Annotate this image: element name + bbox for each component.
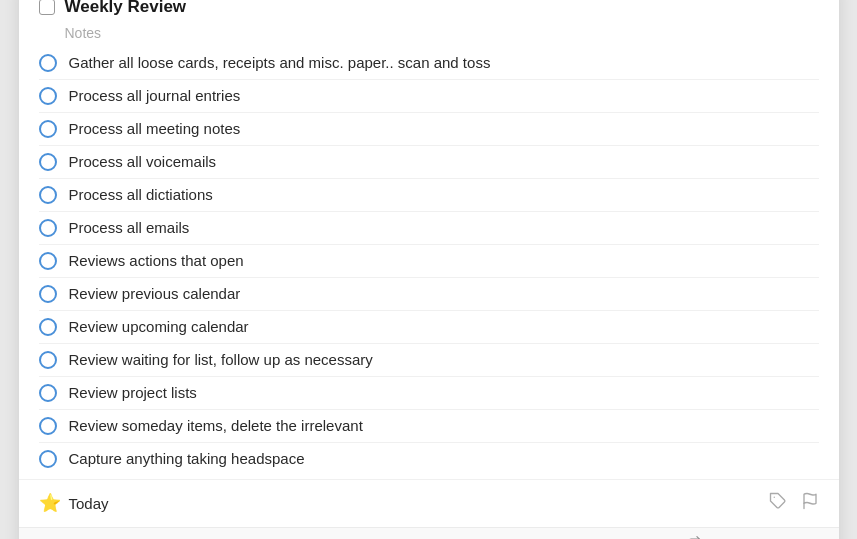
task-text: Review waiting for list, follow up as ne…: [69, 351, 373, 368]
task-circle[interactable]: [39, 252, 57, 270]
task-circle[interactable]: [39, 186, 57, 204]
task-circle[interactable]: [39, 285, 57, 303]
footer-left: ⭐ Today: [39, 492, 109, 514]
task-text: Review upcoming calendar: [69, 318, 249, 335]
card-header: Weekly Review: [19, 0, 839, 23]
task-item: Reviews actions that open: [39, 245, 819, 278]
card-bottom-bar: Repeats on Mar 5 ›: [19, 527, 839, 540]
repeat-info[interactable]: Repeats on Mar 5 ›: [687, 536, 818, 540]
task-circle[interactable]: [39, 351, 57, 369]
task-item: Review someday items, delete the irrelev…: [39, 410, 819, 443]
task-item: Review waiting for list, follow up as ne…: [39, 344, 819, 377]
title-checkbox[interactable]: [39, 0, 55, 15]
card-footer: ⭐ Today: [19, 479, 839, 527]
card-title: Weekly Review: [65, 0, 187, 17]
star-icon[interactable]: ⭐: [39, 492, 61, 514]
task-item: Process all emails: [39, 212, 819, 245]
task-text: Capture anything taking headspace: [69, 450, 305, 467]
task-item: Process all meeting notes: [39, 113, 819, 146]
task-circle[interactable]: [39, 384, 57, 402]
task-text: Reviews actions that open: [69, 252, 244, 269]
today-label: Today: [69, 495, 109, 512]
task-circle[interactable]: [39, 219, 57, 237]
task-circle[interactable]: [39, 120, 57, 138]
task-text: Gather all loose cards, receipts and mis…: [69, 54, 491, 71]
task-item: Review project lists: [39, 377, 819, 410]
task-circle[interactable]: [39, 54, 57, 72]
footer-right: [769, 492, 819, 515]
task-list: Gather all loose cards, receipts and mis…: [19, 47, 839, 475]
task-item: Review previous calendar: [39, 278, 819, 311]
main-card: Weekly Review Notes Gather all loose car…: [19, 0, 839, 539]
task-circle[interactable]: [39, 153, 57, 171]
task-circle[interactable]: [39, 318, 57, 336]
task-text: Process all dictiations: [69, 186, 213, 203]
task-text: Review previous calendar: [69, 285, 241, 302]
flag-icon[interactable]: [801, 492, 819, 515]
task-item: Process all journal entries: [39, 80, 819, 113]
task-text: Process all emails: [69, 219, 190, 236]
task-item: Process all voicemails: [39, 146, 819, 179]
task-item: Gather all loose cards, receipts and mis…: [39, 47, 819, 80]
task-text: Process all meeting notes: [69, 120, 241, 137]
task-circle[interactable]: [39, 417, 57, 435]
repeat-text: Repeats on Mar 5: [706, 536, 809, 540]
task-text: Review someday items, delete the irrelev…: [69, 417, 363, 434]
task-item: Process all dictiations: [39, 179, 819, 212]
tag-icon[interactable]: [769, 492, 787, 515]
task-item: Review upcoming calendar: [39, 311, 819, 344]
task-circle[interactable]: [39, 87, 57, 105]
task-text: Process all journal entries: [69, 87, 241, 104]
notes-label: Notes: [19, 23, 839, 47]
task-item: Capture anything taking headspace: [39, 443, 819, 475]
task-circle[interactable]: [39, 450, 57, 468]
task-text: Review project lists: [69, 384, 197, 401]
task-text: Process all voicemails: [69, 153, 217, 170]
